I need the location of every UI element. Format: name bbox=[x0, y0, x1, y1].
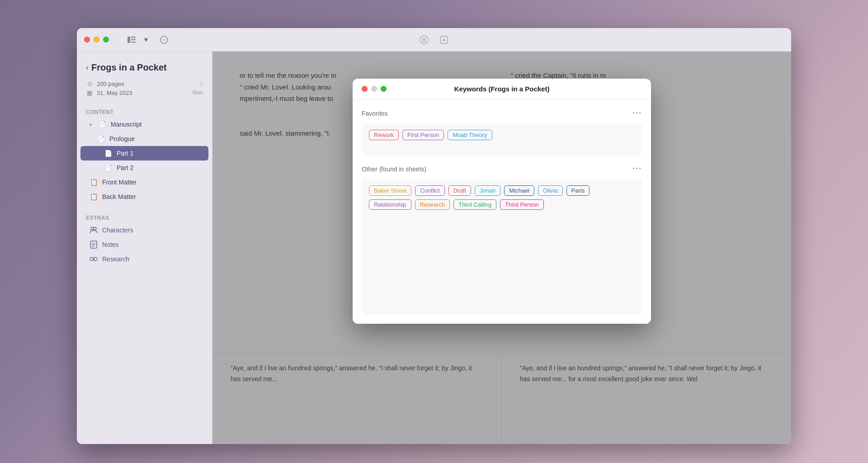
main-content: ‹ Frogs in a Pocket ⊙ 200 pages ☽ ▦ 31. … bbox=[77, 52, 791, 444]
modal-title-bar: Keywords (Frogs in a Pocket) bbox=[353, 79, 651, 99]
extras-section-label: Extras bbox=[77, 211, 212, 223]
front-matter-label: Front Matter bbox=[102, 179, 137, 186]
svg-point-14 bbox=[91, 227, 94, 230]
svg-point-20 bbox=[90, 257, 94, 261]
svg-point-7 bbox=[165, 39, 166, 40]
tag-michael[interactable]: Michael bbox=[504, 185, 534, 196]
tag-rework[interactable]: Rework bbox=[369, 130, 399, 140]
sidebar-item-notes[interactable]: Notes bbox=[80, 237, 208, 252]
svg-rect-12 bbox=[440, 36, 448, 43]
title-bar: ▾ bbox=[77, 28, 791, 52]
tag-research[interactable]: Research bbox=[415, 199, 450, 210]
more-options-button[interactable] bbox=[158, 33, 170, 46]
tag-draft[interactable]: Draft bbox=[448, 185, 471, 196]
research-icon bbox=[90, 255, 98, 263]
modal-body: Favorites ··· Rework First Person Moab T… bbox=[353, 99, 651, 324]
sidebar-item-manuscript[interactable]: ▾ 📄 Manuscript bbox=[80, 117, 208, 132]
svg-rect-3 bbox=[131, 42, 136, 43]
tag-conflict[interactable]: Conflict bbox=[415, 185, 444, 196]
part1-icon: 📄 bbox=[104, 149, 112, 157]
sidebar-item-back-matter[interactable]: 📋 Back Matter bbox=[80, 189, 208, 204]
tag-relationship[interactable]: Relationship bbox=[369, 199, 411, 210]
project-meta: ⊙ 200 pages ☽ ▦ 31. May 2023 5mo bbox=[77, 78, 212, 98]
sidebar-expand-button[interactable]: ▾ bbox=[140, 33, 152, 46]
tag-third-calling[interactable]: Third Calling bbox=[453, 199, 496, 210]
favorites-section-header: Favorites ··· bbox=[362, 109, 642, 118]
research-label: Research bbox=[102, 255, 129, 263]
modal-close-button[interactable] bbox=[362, 86, 368, 92]
prologue-icon: 📄 bbox=[97, 135, 105, 143]
notes-label: Notes bbox=[102, 241, 119, 248]
sidebar-item-prologue[interactable]: 📄 Prologue bbox=[80, 132, 208, 146]
other-section-header: Other (found in sheets) ··· bbox=[362, 164, 642, 174]
sidebar-toggle-button[interactable] bbox=[125, 33, 138, 46]
svg-rect-0 bbox=[127, 37, 130, 43]
svg-point-6 bbox=[164, 39, 165, 40]
sidebar-toggle-group: ▾ bbox=[125, 33, 152, 46]
list-icon[interactable] bbox=[418, 33, 430, 46]
age-badge: 5mo bbox=[193, 90, 203, 96]
svg-point-5 bbox=[162, 39, 163, 40]
other-more-button[interactable]: ··· bbox=[632, 164, 642, 174]
title-bar-center bbox=[418, 33, 450, 46]
sidebar: ‹ Frogs in a Pocket ⊙ 200 pages ☽ ▦ 31. … bbox=[77, 52, 212, 444]
part1-label: Part 1 bbox=[117, 150, 133, 157]
back-arrow-icon: ‹ bbox=[86, 63, 89, 72]
app-window: ▾ bbox=[77, 28, 791, 444]
back-matter-label: Back Matter bbox=[102, 193, 136, 200]
editor-area: or to tell me the reason you're in " cri… bbox=[212, 52, 791, 444]
page-count: 200 pages bbox=[97, 80, 124, 87]
svg-point-15 bbox=[94, 227, 96, 230]
calendar-icon: ▦ bbox=[86, 89, 93, 96]
project-date: 31. May 2023 bbox=[97, 90, 132, 96]
close-button[interactable] bbox=[84, 37, 90, 43]
maximize-button[interactable] bbox=[103, 37, 109, 43]
sidebar-item-part2[interactable]: 📄 Part 2 bbox=[80, 161, 208, 175]
tag-jonah[interactable]: Jonah bbox=[475, 185, 500, 196]
characters-label: Characters bbox=[102, 227, 133, 234]
favorites-more-button[interactable]: ··· bbox=[632, 109, 642, 118]
part2-icon: 📄 bbox=[104, 164, 112, 172]
chevron-icon: ▾ bbox=[90, 122, 92, 127]
project-title: Frogs in a Pocket bbox=[91, 62, 167, 73]
traffic-lights bbox=[84, 37, 109, 43]
svg-point-21 bbox=[94, 257, 97, 261]
manuscript-label: Manuscript bbox=[111, 121, 142, 128]
minimize-button[interactable] bbox=[94, 37, 99, 43]
content-section-label: Content bbox=[77, 105, 212, 117]
tag-moab-theory[interactable]: Moab Theory bbox=[448, 130, 492, 140]
manuscript-icon: 📄 bbox=[98, 120, 106, 128]
sidebar-item-characters[interactable]: Characters bbox=[80, 223, 208, 237]
back-matter-icon: 📋 bbox=[90, 193, 98, 201]
tag-olivia[interactable]: Olivia bbox=[538, 185, 563, 196]
modal-maximize-button[interactable] bbox=[381, 86, 387, 92]
modal-minimize-button[interactable] bbox=[371, 86, 377, 92]
svg-rect-1 bbox=[131, 37, 136, 38]
favorites-label: Favorites bbox=[362, 110, 388, 117]
tag-baker-street[interactable]: Baker Street bbox=[369, 185, 411, 196]
favorites-tag-area: Rework First Person Moab Theory bbox=[362, 123, 642, 155]
characters-icon bbox=[90, 226, 98, 234]
tag-paris[interactable]: Paris bbox=[566, 185, 590, 196]
date-item: ▦ 31. May 2023 5mo bbox=[86, 89, 203, 96]
tag-third-person[interactable]: Third Person bbox=[500, 199, 543, 210]
notes-icon bbox=[90, 241, 98, 249]
sidebar-item-front-matter[interactable]: 📋 Front Matter bbox=[80, 175, 208, 189]
other-label: Other (found in sheets) bbox=[362, 165, 426, 173]
edit-icon[interactable] bbox=[438, 33, 450, 46]
modal-overlay: Keywords (Frogs in a Pocket) Favorites ·… bbox=[212, 52, 791, 444]
tag-first-person[interactable]: First Person bbox=[402, 130, 444, 140]
front-matter-icon: 📋 bbox=[90, 178, 98, 186]
modal-title: Keywords (Frogs in a Pocket) bbox=[454, 85, 550, 93]
sidebar-item-research[interactable]: Research bbox=[80, 252, 208, 266]
part2-label: Part 2 bbox=[117, 164, 133, 171]
back-button[interactable]: ‹ Frogs in a Pocket bbox=[77, 59, 212, 76]
page-count-item: ⊙ 200 pages ☽ bbox=[86, 80, 203, 87]
other-tag-area: Baker Street Conflict Draft Jonah Michae… bbox=[362, 179, 642, 315]
extras-section: Extras Characters bbox=[77, 211, 212, 266]
svg-rect-2 bbox=[131, 39, 136, 40]
pages-icon: ⊙ bbox=[86, 80, 93, 87]
keywords-modal: Keywords (Frogs in a Pocket) Favorites ·… bbox=[353, 79, 651, 324]
sidebar-item-part1[interactable]: 📄 Part 1 bbox=[80, 146, 208, 161]
prologue-label: Prologue bbox=[109, 135, 135, 142]
